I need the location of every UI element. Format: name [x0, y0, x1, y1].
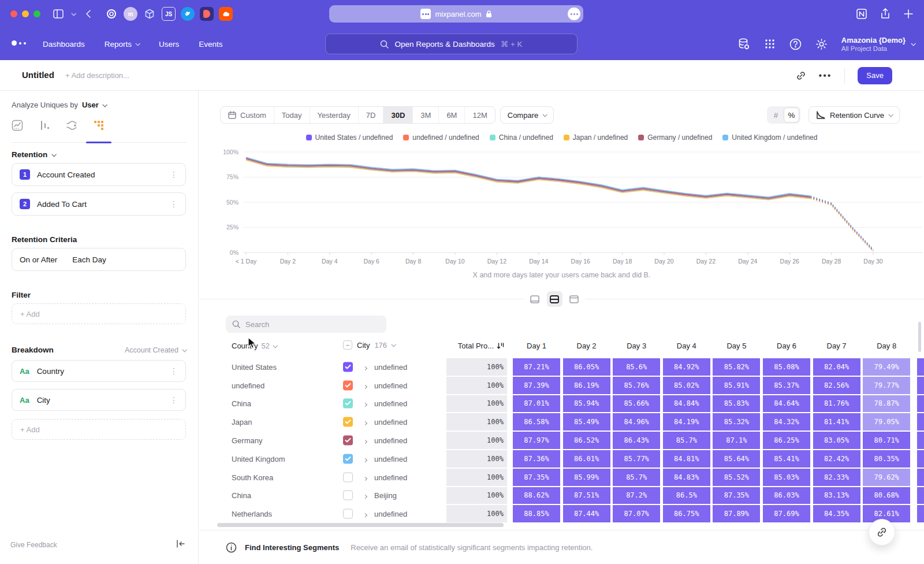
find-segments-title[interactable]: Find Interesting Segments [245, 543, 339, 552]
apps-grid-icon[interactable] [764, 38, 776, 50]
range-3m[interactable]: 3M [412, 107, 438, 123]
new-tab-icon[interactable] [903, 9, 914, 19]
chart-type-select[interactable]: Retention Curve [808, 106, 900, 124]
legend-item[interactable]: China / undefined [490, 133, 553, 142]
view-split-button[interactable] [547, 291, 562, 307]
series-checkbox[interactable] [343, 380, 353, 390]
criteria-card[interactable]: On or After Each Day [12, 248, 186, 271]
column-header-country[interactable]: Country 52 [232, 342, 277, 350]
copy-link-icon[interactable] [796, 70, 806, 81]
select-all-checkbox[interactable]: – [343, 340, 352, 350]
expand-row-icon[interactable] [364, 509, 367, 519]
back-icon[interactable] [85, 10, 91, 18]
add-filter-button[interactable]: + Add [12, 303, 186, 324]
help-icon[interactable] [789, 38, 802, 50]
cloud-extension-icon[interactable] [219, 7, 233, 21]
url-bar[interactable]: mixpanel.com [329, 5, 583, 23]
give-feedback-link[interactable]: Give Feedback [10, 541, 57, 549]
legend-item[interactable]: United States / undefined [306, 133, 393, 142]
legend-item[interactable]: undefined / undefined [403, 133, 479, 142]
legend-item[interactable]: Japan / undefined [564, 133, 628, 142]
chevron-down-icon[interactable] [72, 12, 75, 16]
range-12m[interactable]: 12M [464, 107, 494, 123]
nav-item-reports[interactable]: Reports [105, 40, 139, 49]
step-event-name[interactable]: Account Created [37, 170, 95, 179]
range-yesterday[interactable]: Yesterday [310, 107, 358, 123]
tab-funnels[interactable] [39, 120, 50, 131]
kebab-menu-icon[interactable]: ⋮ [170, 395, 178, 405]
series-checkbox[interactable] [343, 472, 353, 482]
range-7d[interactable]: 7D [358, 107, 383, 123]
retention-chart[interactable]: 100%75%50%25%0%< 1 DayDay 2Day 4Day 6Day… [199, 146, 924, 279]
add-description[interactable]: + Add description... [65, 71, 129, 80]
tab-retention[interactable] [93, 120, 105, 131]
minimize-window-button[interactable] [22, 10, 29, 17]
nav-item-events[interactable]: Events [199, 40, 222, 49]
column-header-day-5[interactable]: Day 5 [712, 342, 761, 350]
series-checkbox[interactable] [343, 417, 353, 427]
report-title[interactable]: Untitled [22, 70, 54, 80]
share-link-button[interactable] [869, 519, 895, 546]
range-custom[interactable]: Custom [221, 107, 274, 123]
column-header-city[interactable]: – City 176 [343, 340, 395, 350]
kebab-menu-icon[interactable]: ⋮ [170, 170, 178, 179]
global-search[interactable]: Open Reports & Dashboards ⌘ + K [325, 34, 578, 54]
compare-button[interactable]: Compare [500, 106, 554, 124]
column-header-day-4[interactable]: Day 4 [662, 342, 711, 350]
kebab-menu-icon[interactable]: ⋮ [170, 199, 178, 209]
percent-format-button[interactable]: % [784, 107, 799, 123]
mixpanel-logo[interactable] [12, 40, 26, 46]
settings-gear-icon[interactable] [815, 38, 828, 50]
bird-extension-icon[interactable] [181, 7, 195, 21]
expand-row-icon[interactable] [364, 380, 367, 391]
series-checkbox[interactable] [343, 362, 353, 372]
column-header-day-7[interactable]: Day 7 [813, 342, 861, 350]
breakdown-property[interactable]: City [37, 396, 50, 405]
data-management-icon[interactable] [737, 38, 750, 50]
series-checkbox[interactable] [343, 491, 353, 500]
breakdown-property[interactable]: Country [37, 367, 64, 376]
breakdown-scope-select[interactable]: Account Created [125, 346, 186, 354]
zoom-window-button[interactable] [33, 10, 40, 17]
add-breakdown-button[interactable]: + Add [12, 419, 186, 440]
breakdown-card-city[interactable]: Aa City ⋮ [12, 389, 186, 411]
view-table-only-button[interactable] [567, 291, 582, 307]
close-window-button[interactable] [10, 10, 17, 17]
series-checkbox[interactable] [343, 509, 353, 519]
legend-item[interactable]: Germany / undefined [638, 133, 712, 142]
tab-flows[interactable] [66, 120, 77, 131]
series-checkbox[interactable] [343, 436, 353, 446]
share-icon[interactable] [880, 8, 891, 20]
expand-row-icon[interactable] [364, 490, 367, 500]
column-header-day-6[interactable]: Day 6 [762, 342, 811, 350]
view-chart-only-button[interactable] [527, 291, 543, 307]
expand-row-icon[interactable] [364, 435, 367, 446]
legend-item[interactable]: United Kingdom / undefined [722, 133, 817, 142]
kebab-menu-icon[interactable]: ⋮ [170, 366, 178, 376]
avatar-extension-icon[interactable]: m [124, 7, 137, 21]
step-card-1[interactable]: 1 Account Created ⋮ [12, 163, 186, 186]
series-checkbox[interactable] [343, 454, 353, 463]
table-search-input[interactable]: Search [226, 316, 386, 333]
column-header-day-2[interactable]: Day 2 [562, 342, 611, 350]
step-event-name[interactable]: Added To Cart [37, 200, 87, 209]
nav-item-users[interactable]: Users [159, 40, 179, 49]
series-checkbox[interactable] [343, 399, 353, 409]
retention-section-header[interactable]: Retention [12, 150, 55, 159]
save-button[interactable]: Save [858, 67, 892, 84]
column-header-day-3[interactable]: Day 3 [612, 342, 661, 350]
range-6m[interactable]: 6M [438, 107, 464, 123]
number-format-button[interactable]: # [768, 107, 784, 123]
expand-row-icon[interactable] [364, 417, 367, 427]
cube-extension-icon[interactable] [143, 7, 157, 21]
expand-row-icon[interactable] [364, 454, 367, 464]
column-header-day-1[interactable]: Day 1 [512, 342, 561, 350]
nav-item-dashboards[interactable]: Dashboards [43, 40, 85, 49]
expand-row-icon[interactable] [364, 398, 367, 409]
notion-icon[interactable] [856, 8, 867, 20]
breakdown-card-country[interactable]: Aa Country ⋮ [12, 360, 186, 382]
expand-row-icon[interactable] [364, 472, 367, 483]
step-card-2[interactable]: 2 Added To Cart ⋮ [12, 192, 186, 216]
expand-row-icon[interactable] [364, 362, 367, 372]
project-switcher[interactable]: Amazonia {Demo} All Project Data [841, 36, 915, 52]
